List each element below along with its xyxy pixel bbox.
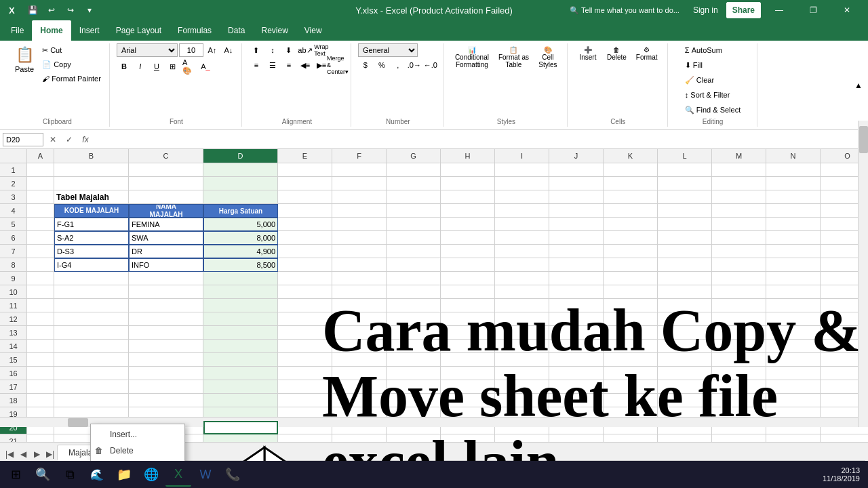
cell-j1[interactable] xyxy=(549,163,604,177)
next-sheet-btn[interactable]: ▶ xyxy=(30,447,43,461)
col-header-m[interactable]: M xyxy=(712,149,766,163)
confirm-formula-btn[interactable]: ✓ xyxy=(62,133,76,146)
cell-f5[interactable] xyxy=(332,218,387,231)
cell-a3[interactable] xyxy=(27,190,54,204)
cell-k9[interactable] xyxy=(604,272,658,285)
cell-i1[interactable] xyxy=(495,163,549,177)
cell-b17[interactable] xyxy=(54,380,129,394)
cell-c5[interactable]: FEMINA xyxy=(129,218,203,231)
align-middle-btn[interactable]: ↕ xyxy=(265,43,280,57)
cell-b5[interactable]: F-G1 xyxy=(54,218,129,231)
cell-k5[interactable] xyxy=(604,218,658,231)
fill-color-button[interactable]: A🎨 xyxy=(182,60,197,73)
cell-a8[interactable] xyxy=(27,258,54,272)
cell-m12[interactable] xyxy=(712,312,766,326)
cell-h7[interactable] xyxy=(441,245,495,258)
cell-j18[interactable] xyxy=(549,394,604,407)
tell-me-bar[interactable]: 🔍 Tell me what you want to do... xyxy=(570,6,679,15)
align-top-btn[interactable]: ⬆ xyxy=(249,43,264,57)
decrease-decimal-btn[interactable]: ←.0 xyxy=(423,58,438,72)
excel-task-btn active[interactable]: X xyxy=(165,462,191,487)
cell-a11[interactable] xyxy=(27,299,54,312)
cell-j10[interactable] xyxy=(549,285,604,299)
italic-button[interactable]: I xyxy=(133,60,148,73)
cell-e5[interactable] xyxy=(278,218,332,231)
tab-formulas[interactable]: Formulas xyxy=(170,20,220,41)
cell-g13[interactable] xyxy=(387,326,441,340)
cell-n10[interactable] xyxy=(766,285,821,299)
share-button[interactable]: Share xyxy=(726,2,761,18)
cell-c6[interactable]: SWA xyxy=(129,231,203,245)
col-header-b[interactable]: B xyxy=(54,149,129,163)
tab-view[interactable]: View xyxy=(296,20,330,41)
cell-h4[interactable] xyxy=(441,204,495,218)
decrease-font-btn[interactable]: A↓ xyxy=(221,43,236,57)
cell-l3[interactable] xyxy=(658,190,712,204)
cell-m8[interactable] xyxy=(712,258,766,272)
cell-k1[interactable] xyxy=(604,163,658,177)
cell-h17[interactable] xyxy=(441,380,495,394)
row-10[interactable]: 10 xyxy=(0,285,26,299)
cell-k16[interactable] xyxy=(604,367,658,380)
cell-m13[interactable] xyxy=(712,326,766,340)
cell-i5[interactable] xyxy=(495,218,549,231)
cell-e4[interactable] xyxy=(278,204,332,218)
cell-g15[interactable] xyxy=(387,353,441,367)
tab-review[interactable]: Review xyxy=(253,20,296,41)
cell-k6[interactable] xyxy=(604,231,658,245)
row-9[interactable]: 9 xyxy=(0,272,26,285)
cell-b1[interactable] xyxy=(54,163,129,177)
word-btn[interactable]: W xyxy=(193,462,218,487)
tab-file[interactable]: File xyxy=(3,20,32,41)
copy-button[interactable]: 📄 Copy xyxy=(39,58,104,71)
cell-g3[interactable] xyxy=(387,190,441,204)
last-sheet-btn[interactable]: ▶| xyxy=(43,447,57,461)
cell-c3[interactable] xyxy=(129,190,203,204)
cell-c7[interactable]: DR xyxy=(129,245,203,258)
increase-decimal-btn[interactable]: .0→ xyxy=(407,58,422,72)
cell-f17[interactable] xyxy=(332,380,387,394)
cell-g1[interactable] xyxy=(387,163,441,177)
cell-n9[interactable] xyxy=(766,272,821,285)
cell-j15[interactable] xyxy=(549,353,604,367)
cell-i11[interactable] xyxy=(495,299,549,312)
row-15[interactable]: 15 xyxy=(0,353,26,367)
v-scrollbar[interactable] xyxy=(858,121,868,427)
cell-j11[interactable] xyxy=(549,299,604,312)
cell-i12[interactable] xyxy=(495,312,549,326)
row-13[interactable]: 13 xyxy=(0,326,26,340)
cell-e16[interactable] xyxy=(278,367,332,380)
cell-j4[interactable] xyxy=(549,204,604,218)
cell-j12[interactable] xyxy=(549,312,604,326)
cell-b9[interactable] xyxy=(54,272,129,285)
cell-a13[interactable] xyxy=(27,326,54,340)
chrome-btn[interactable]: 🌐 xyxy=(138,462,164,487)
paste-button[interactable]: 📋 Paste xyxy=(11,43,38,76)
cell-l10[interactable] xyxy=(658,285,712,299)
cell-l11[interactable] xyxy=(658,299,712,312)
cell-h5[interactable] xyxy=(441,218,495,231)
cell-d18[interactable] xyxy=(203,394,278,407)
cell-k15[interactable] xyxy=(604,353,658,367)
format-as-table-btn[interactable]: 📋 Format asTable xyxy=(494,43,533,71)
cell-h10[interactable] xyxy=(441,285,495,299)
cell-g14[interactable] xyxy=(387,340,441,353)
cell-g7[interactable] xyxy=(387,245,441,258)
cell-i15[interactable] xyxy=(495,353,549,367)
cell-g11[interactable] xyxy=(387,299,441,312)
cell-n5[interactable] xyxy=(766,218,821,231)
cell-f10[interactable] xyxy=(332,285,387,299)
cell-b2[interactable] xyxy=(54,177,129,190)
cell-j5[interactable] xyxy=(549,218,604,231)
cell-n13[interactable] xyxy=(766,326,821,340)
cell-l18[interactable] xyxy=(658,394,712,407)
cell-l7[interactable] xyxy=(658,245,712,258)
cell-b3[interactable]: Tabel Majalah xyxy=(54,190,129,204)
text-direction-btn[interactable]: ab↗ xyxy=(298,43,313,57)
align-left-btn[interactable]: ≡ xyxy=(249,58,264,72)
cell-m15[interactable] xyxy=(712,353,766,367)
cell-f11[interactable] xyxy=(332,299,387,312)
cell-h11[interactable] xyxy=(441,299,495,312)
cell-i8[interactable] xyxy=(495,258,549,272)
cell-m10[interactable] xyxy=(712,285,766,299)
